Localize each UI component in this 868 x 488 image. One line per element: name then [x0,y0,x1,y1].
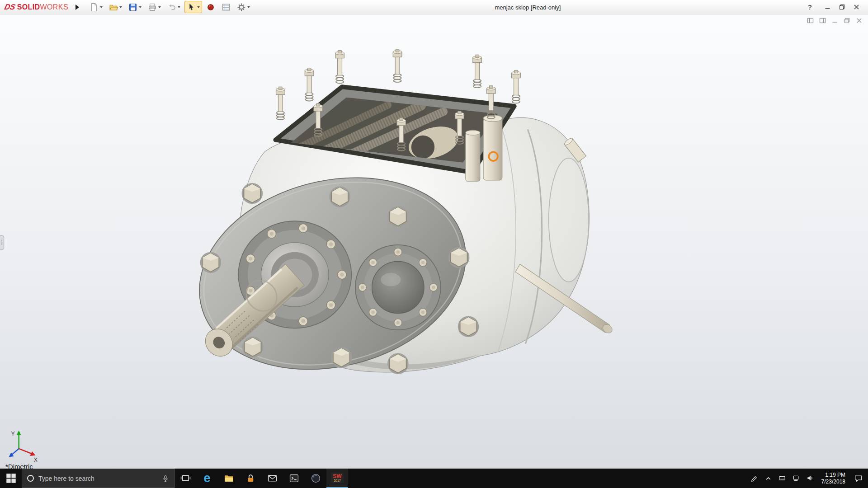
sheet-icon [222,3,231,12]
cortana-icon [27,475,34,482]
3d-viewport[interactable]: Y X [0,14,868,469]
minimize-button[interactable] [820,1,835,13]
panel-left-icon[interactable] [807,17,814,24]
task-view-icon [180,473,191,483]
action-center-icon [854,474,863,483]
dropdown-caret-icon[interactable] [178,6,180,8]
restore-icon [839,4,845,10]
minimize-icon [825,4,830,10]
task-view-button[interactable] [175,469,196,488]
taskbar-app-round[interactable] [305,469,326,488]
close-icon [854,4,859,10]
new-document-button[interactable] [87,1,105,13]
ds-logo-mark: DS [4,3,17,12]
taskbar-search-input[interactable]: Type here to search [22,469,175,488]
sheet-properties-button[interactable] [219,1,233,13]
lock-icon [245,473,256,483]
new-document-icon [90,3,99,12]
clock-time: 1:19 PM [825,472,845,479]
speaker-icon[interactable] [807,474,814,482]
panel-right-icon[interactable] [819,17,826,24]
taskbar-app-mail[interactable] [261,469,283,488]
graphics-area[interactable]: Y X *Dimetric [0,14,868,469]
chevron-up-icon[interactable] [764,474,772,482]
toolbar-expand-arrow-icon[interactable] [75,5,79,10]
print-button[interactable] [146,1,163,13]
action-center-button[interactable] [849,469,868,488]
gear-icon [237,3,246,12]
undo-icon [167,3,176,12]
dropdown-caret-icon[interactable] [100,6,103,8]
taskbar-clock[interactable]: 1:19 PM 7/23/2018 [818,469,849,488]
document-title: menjac sklop [Read-only] [495,0,561,14]
view-orientation-label: *Dimetric [5,463,33,469]
system-tray [747,469,818,488]
open-button[interactable] [107,1,124,13]
save-button[interactable] [126,1,144,13]
dropdown-caret-icon[interactable] [247,6,250,8]
side-cover[interactable] [355,245,441,330]
doc-close-icon[interactable] [856,17,863,24]
open-folder-icon [109,3,118,12]
logo-text-solid: SOLID [17,3,40,11]
search-placeholder: Type here to search [38,475,157,482]
windows-taskbar: Type here to search e [0,469,868,488]
red-sphere-icon [206,3,215,12]
select-cursor-icon [187,3,196,12]
edge-icon: e [203,472,210,484]
select-tool-button[interactable] [184,1,202,13]
options-button[interactable] [235,1,252,13]
dropdown-caret-icon[interactable] [119,6,122,8]
doc-restore-icon[interactable] [844,17,850,24]
network-icon[interactable] [793,474,800,482]
panel-splitter-handle[interactable] [0,235,4,250]
taskbar-app-solidworks[interactable]: SW 2017 [326,469,348,488]
dropdown-caret-icon[interactable] [158,6,161,8]
doc-minimize-icon[interactable] [831,17,838,24]
mail-icon [267,473,278,483]
touch-keyboard-icon[interactable] [778,474,786,482]
solidworks-logo: DS SOLID WORKS [5,3,68,12]
pen-icon[interactable] [750,474,758,482]
solidworks-app-icon: SW 2017 [331,473,343,483]
file-explorer-icon [224,473,234,483]
triad-x-label: X [34,457,38,463]
start-button[interactable] [0,469,22,488]
save-icon [128,3,137,12]
taskbar-app-lock[interactable] [240,469,261,488]
triad-y-label: Y [11,431,15,437]
windows-logo-icon [6,473,16,483]
circle-app-icon [311,473,321,483]
dropdown-caret-icon[interactable] [197,6,200,8]
taskbar-app-file-explorer[interactable] [218,469,240,488]
document-window-controls [807,17,863,24]
help-button[interactable]: ? [808,3,812,11]
console-icon [289,473,299,483]
taskbar-app-console[interactable] [283,469,305,488]
appearance-button[interactable] [204,1,217,13]
titlebar: DS SOLID WORKS [0,0,868,14]
close-button[interactable] [849,1,863,13]
undo-button[interactable] [165,1,183,13]
logo-text-works: WORKS [40,3,68,11]
clock-date: 7/23/2018 [821,479,845,485]
taskbar-app-edge[interactable]: e [196,469,218,488]
restore-button[interactable] [835,1,849,13]
microphone-icon[interactable] [162,475,169,482]
print-icon [148,3,157,12]
dropdown-caret-icon[interactable] [139,6,142,8]
